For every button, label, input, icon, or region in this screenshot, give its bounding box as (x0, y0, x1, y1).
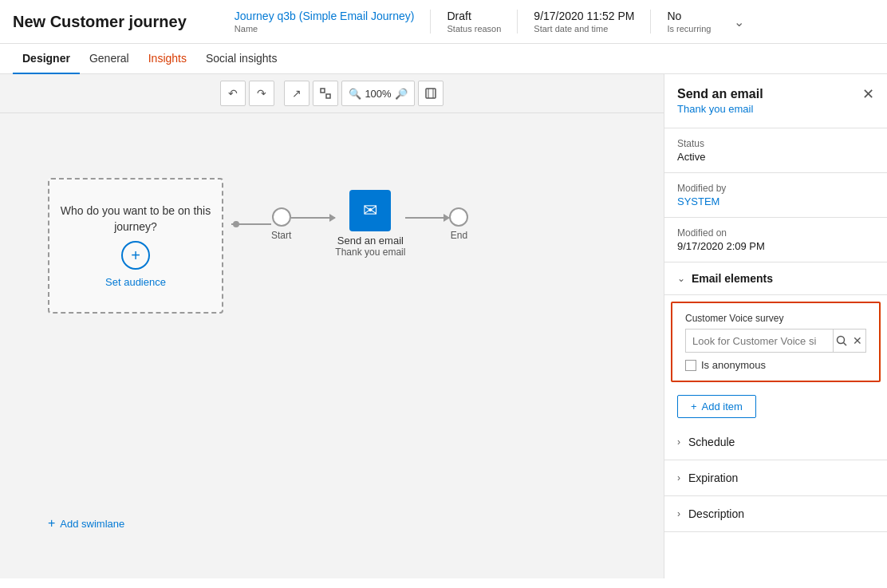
cv-survey-label: Customer Voice survey (685, 313, 866, 324)
designer-canvas: ↶ ↷ ↗ 🔍 100% 🔎 Who do you want to be on … (0, 74, 664, 578)
panel-title: Send an email (677, 87, 763, 101)
right-panel: Send an email Thank you email ✕ Status A… (664, 74, 887, 578)
email-node-sublabel: Thank you email (335, 247, 405, 258)
tab-bar: Designer General Insights Social insight… (0, 44, 887, 74)
start-connector (231, 223, 271, 225)
email-elements-title: Email elements (692, 272, 773, 285)
start-label: Start (271, 230, 291, 241)
undo-button[interactable]: ↶ (220, 81, 246, 106)
connector-line-3 (405, 217, 449, 219)
svg-line-6 (843, 343, 846, 346)
svg-point-5 (837, 337, 844, 344)
expand-button[interactable]: ↗ (284, 81, 309, 106)
add-swimlane-label: Add swimlane (60, 518, 124, 530)
connector-line-2 (291, 217, 335, 219)
header-chevron-icon[interactable]: ⌄ (734, 14, 744, 30)
connector-2 (291, 217, 335, 219)
expiration-section-header[interactable]: › Expiration (664, 460, 887, 496)
start-circle (272, 207, 291, 227)
panel-subtitle[interactable]: Thank you email (677, 103, 763, 115)
add-item-button[interactable]: + Add item (677, 395, 756, 418)
status-field-label: Status (677, 138, 874, 149)
expiration-chevron-icon: › (677, 472, 680, 483)
zoom-control[interactable]: 🔍 100% 🔎 (341, 81, 414, 106)
page-title: New Customer journey (13, 13, 187, 31)
svg-rect-1 (326, 94, 330, 98)
audience-text: Who do you want to be on this journey? (49, 203, 222, 235)
description-chevron-icon: › (677, 508, 680, 519)
tab-designer[interactable]: Designer (13, 44, 80, 74)
tab-social-insights[interactable]: Social insights (196, 44, 287, 74)
journey-flow-area: Who do you want to be on this journey? +… (0, 114, 664, 578)
schedule-chevron-icon: › (677, 436, 680, 448)
end-label: End (451, 230, 467, 241)
zoom-out-icon[interactable]: 🔍 (349, 88, 361, 100)
schedule-section-title: Schedule (688, 436, 735, 448)
fit-button[interactable] (313, 81, 338, 106)
email-elements-chevron-icon: ⌄ (677, 273, 685, 284)
connector-line-1 (231, 223, 271, 225)
panel-header-content: Send an email Thank you email (677, 87, 763, 115)
flow-node-end: End (449, 207, 468, 241)
cv-anonymous-label: Is anonymous (701, 359, 766, 371)
start-date-value: 9/17/2020 11:52 PM (534, 10, 634, 22)
arrow-head-1 (329, 214, 340, 222)
cv-search-container: ✕ (685, 329, 866, 353)
main-area: ↶ ↷ ↗ 🔍 100% 🔎 Who do you want to be on … (0, 74, 887, 578)
svg-rect-2 (426, 89, 436, 98)
panel-header: Send an email Thank you email ✕ (664, 74, 887, 128)
audience-box: Who do you want to be on this journey? +… (48, 178, 223, 314)
cv-search-input[interactable] (686, 335, 833, 347)
set-audience-link[interactable]: Set audience (105, 276, 166, 288)
add-item-plus-icon: + (691, 401, 697, 412)
add-swimlane-plus-icon: + (48, 516, 55, 531)
tab-insights[interactable]: Insights (139, 44, 196, 74)
redo-button[interactable]: ↷ (249, 81, 274, 106)
cv-search-clear-button[interactable]: ✕ (850, 329, 865, 353)
description-section-header[interactable]: › Description (664, 496, 887, 532)
email-node-label: Send an email (337, 235, 404, 247)
add-audience-button[interactable]: + (121, 241, 150, 270)
flow-node-start: Start (271, 207, 291, 241)
start-date-label: Start date and time (534, 24, 634, 34)
recurring-label: Is recurring (667, 24, 711, 34)
panel-status-section: Status Active (664, 128, 887, 173)
modified-on-label: Modified on (677, 227, 874, 239)
zoom-in-icon[interactable]: 🔎 (395, 88, 408, 100)
frame-button[interactable] (418, 81, 444, 106)
page-header: New Customer journey Journey q3b (Simple… (0, 0, 887, 44)
expiration-section-title: Expiration (688, 472, 738, 484)
schedule-section-header[interactable]: › Schedule (664, 424, 887, 460)
customer-voice-section: Customer Voice survey ✕ Is anonymous (671, 302, 881, 382)
panel-close-button[interactable]: ✕ (862, 87, 874, 101)
flow-container: Start ✉ Send an email Thank you email (231, 190, 468, 258)
panel-modified-on-section: Modified on 9/17/2020 2:09 PM (664, 218, 887, 262)
status-field: Draft Status reason (431, 10, 518, 34)
email-elements-section-header[interactable]: ⌄ Email elements (664, 262, 887, 295)
modified-by-value[interactable]: SYSTEM (677, 195, 874, 207)
panel-modified-by-section: Modified by SYSTEM (664, 173, 887, 218)
canvas-toolbar: ↶ ↷ ↗ 🔍 100% 🔎 (0, 74, 664, 113)
modified-by-label: Modified by (677, 183, 874, 194)
cv-anonymous-checkbox[interactable] (685, 360, 696, 371)
add-swimlane-button[interactable]: + Add swimlane (48, 516, 124, 531)
connector-3 (405, 217, 449, 219)
email-node-box[interactable]: ✉ (349, 190, 391, 231)
description-section-title: Description (688, 507, 744, 520)
start-date-field: 9/17/2020 11:52 PM Start date and time (518, 10, 651, 34)
email-icon: ✉ (363, 200, 377, 221)
add-item-label: Add item (702, 401, 743, 412)
start-dot (233, 221, 239, 227)
tab-general[interactable]: General (80, 44, 139, 74)
journey-name-value: Journey q3b (Simple Email Journey) (235, 10, 415, 22)
svg-rect-0 (321, 89, 325, 93)
recurring-value: No (667, 10, 711, 22)
cv-anonymous-row: Is anonymous (685, 359, 866, 371)
journey-name-field: Journey q3b (Simple Email Journey) Name (219, 10, 432, 34)
flow-node-email[interactable]: ✉ Send an email Thank you email (335, 190, 405, 258)
recurring-field: No Is recurring (651, 10, 727, 34)
zoom-level: 100% (365, 88, 391, 100)
cv-search-button[interactable] (833, 329, 850, 353)
status-value: Draft (447, 10, 501, 22)
status-field-value: Active (677, 151, 874, 163)
